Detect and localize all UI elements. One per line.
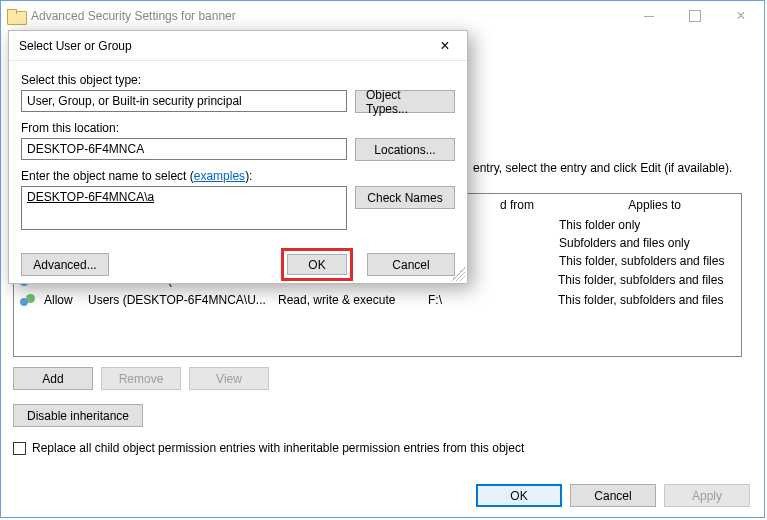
apply-button: Apply (664, 484, 750, 507)
applies-cell: This folder only (559, 216, 741, 234)
col-applies-to: Applies to (628, 198, 681, 212)
modal-titlebar: Select User or Group × (9, 31, 467, 61)
disable-inheritance-button[interactable]: Disable inheritance (13, 404, 143, 427)
location-label: From this location: (21, 121, 455, 135)
object-name-input[interactable]: DESKTOP-6F4MNCA\a (21, 186, 347, 230)
cancel-button[interactable]: Cancel (570, 484, 656, 507)
replace-label: Replace all child object permission entr… (32, 441, 524, 455)
users-icon (20, 292, 38, 308)
replace-checkbox[interactable] (13, 442, 26, 455)
table-row[interactable]: Allow Users (DESKTOP-6F4MNCA\U... Read, … (14, 290, 741, 310)
cell-principal: Users (DESKTOP-6F4MNCA\U... (88, 293, 278, 307)
cell-type: Allow (44, 293, 88, 307)
disable-inheritance-row: Disable inheritance (13, 404, 752, 427)
close-button[interactable]: × (718, 1, 764, 31)
outer-bottom-bar: OK Cancel Apply (476, 484, 750, 507)
modal-title: Select User or Group (19, 39, 132, 53)
check-names-button[interactable]: Check Names (355, 186, 455, 209)
view-button: View (189, 367, 269, 390)
permission-buttons: Add Remove View (13, 367, 752, 390)
locations-button[interactable]: Locations... (355, 138, 455, 161)
modal-close-button[interactable]: × (423, 31, 467, 61)
ok-button[interactable]: OK (476, 484, 562, 507)
remove-button: Remove (101, 367, 181, 390)
enter-suffix: ): (245, 169, 252, 183)
object-type-label: Select this object type: (21, 73, 455, 87)
replace-row: Replace all child object permission entr… (13, 441, 752, 455)
enter-prefix: Enter the object name to select ( (21, 169, 194, 183)
resize-grip-icon[interactable] (451, 267, 465, 281)
maximize-button[interactable] (672, 1, 718, 31)
ok-highlight: OK (281, 248, 353, 281)
outer-window-title: Advanced Security Settings for banner (31, 9, 236, 23)
object-types-button[interactable]: Object Types... (355, 90, 455, 113)
folder-icon (7, 9, 25, 23)
cell-applies: This folder, subfolders and files (558, 273, 735, 287)
window-controls: × (626, 1, 764, 31)
applies-cell: Subfolders and files only (559, 234, 741, 252)
permission-hint: entry, select the entry and click Edit (… (473, 161, 752, 175)
add-button[interactable]: Add (13, 367, 93, 390)
applies-cell: This folder, subfolders and files (559, 252, 741, 270)
location-input[interactable]: DESKTOP-6F4MNCA (21, 138, 347, 160)
col-inherited-from: d from (500, 198, 600, 212)
cell-from: F:\ (428, 293, 558, 307)
enter-name-label: Enter the object name to select (example… (21, 169, 455, 183)
outer-titlebar: Advanced Security Settings for banner × (1, 1, 764, 31)
object-name-value: DESKTOP-6F4MNCA\a (27, 190, 154, 204)
modal-cancel-button[interactable]: Cancel (367, 253, 455, 276)
cell-applies: This folder, subfolders and files (558, 293, 735, 307)
select-user-dialog: Select User or Group × Select this objec… (8, 30, 468, 284)
minimize-button[interactable] (626, 1, 672, 31)
advanced-button[interactable]: Advanced... (21, 253, 109, 276)
modal-ok-button[interactable]: OK (287, 254, 347, 275)
cell-access: Read, write & execute (278, 293, 428, 307)
examples-link[interactable]: examples (194, 169, 245, 183)
object-type-input[interactable]: User, Group, or Built-in security princi… (21, 90, 347, 112)
